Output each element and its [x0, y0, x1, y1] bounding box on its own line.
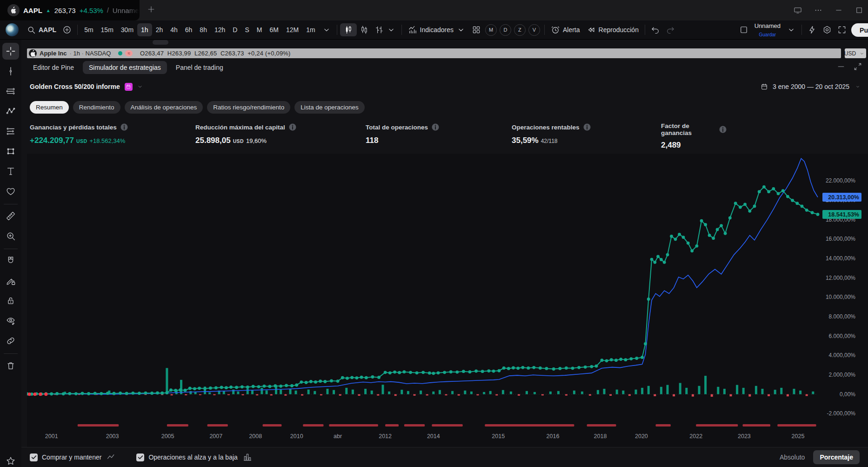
x-axis-label[interactable]: 2025 [792, 433, 805, 440]
layout-menu-button[interactable] [784, 23, 799, 37]
tool-star-icon[interactable] [6, 456, 16, 466]
timeframe-S[interactable]: S [241, 23, 253, 36]
equity-chart[interactable]: 200120032005200720082010abr2012201420152… [27, 154, 868, 447]
templates-button[interactable] [469, 23, 484, 37]
indicators-button[interactable]: Indicadores [405, 23, 469, 37]
quick-indicator-m[interactable]: M [485, 24, 497, 36]
strategy-flag-icon[interactable]: ≈ [125, 50, 133, 56]
chart-style-bars-button[interactable] [372, 23, 399, 37]
panel-tab-panel-de-trading[interactable]: Panel de trading [170, 61, 229, 74]
checkbox-checked[interactable] [30, 453, 38, 461]
layout-select-button[interactable] [736, 23, 751, 37]
y-axis-label[interactable]: 0,00% [840, 391, 855, 398]
compare-add-button[interactable] [60, 23, 74, 37]
fullscreen-button[interactable] [835, 23, 849, 37]
tool-channel-icon[interactable] [2, 83, 19, 100]
panel-tab-simulador-de-estrategias[interactable]: Simulador de estrategias [83, 61, 167, 74]
timeframe-12M[interactable]: 12M [282, 23, 302, 36]
percentage-option[interactable]: Porcentaje [813, 450, 860, 464]
strategy-dot-icon[interactable] [118, 51, 122, 55]
x-axis-label[interactable]: 2022 [689, 433, 702, 440]
quick-indicator-v[interactable]: V [528, 24, 540, 36]
timeframe-1h[interactable]: 1h [137, 23, 152, 36]
date-range-button[interactable]: 3 ene 2000 — 20 oct 2025 [760, 82, 862, 91]
quick-actions-button[interactable] [805, 23, 820, 37]
y-axis-label[interactable]: 12.000,00% [826, 275, 855, 281]
y-axis-label[interactable]: 14.000,00% [826, 255, 855, 262]
timeframe-6h[interactable]: 6h [181, 23, 196, 36]
timeframe-2h[interactable]: 2h [152, 23, 167, 36]
timeframe-5m[interactable]: 5m [80, 23, 97, 36]
timeframe-M[interactable]: M [253, 23, 266, 36]
strategy-title[interactable]: Golden Cross 50/200 informe [30, 83, 120, 90]
undo-button[interactable] [648, 23, 663, 37]
chart-tab[interactable]: AAPL ▲ 263,73 +4.53% / Unname [0, 0, 140, 20]
tool-heart-icon[interactable] [2, 183, 19, 200]
info-icon[interactable] [288, 122, 297, 132]
maximize-icon[interactable] [855, 6, 863, 14]
y-axis-label[interactable]: 6.000,00% [829, 333, 856, 339]
timeframe-1m[interactable]: 1m [302, 23, 319, 36]
x-axis-label[interactable]: 2023 [738, 433, 751, 440]
x-axis-label[interactable]: 2008 [249, 433, 262, 440]
x-axis-label[interactable]: 2015 [492, 433, 505, 440]
tool-text-tool-icon[interactable] [2, 163, 19, 180]
x-axis-label[interactable]: 2005 [161, 433, 174, 440]
ellipsis-icon[interactable] [814, 6, 822, 14]
tool-lock-icon[interactable] [2, 292, 19, 309]
x-axis-label[interactable]: 2003 [106, 433, 119, 440]
x-axis-label[interactable]: 2001 [45, 433, 58, 440]
timeframe-D[interactable]: D [229, 23, 241, 36]
info-icon[interactable] [582, 122, 592, 132]
y-axis-label[interactable]: 2.000,00% [829, 372, 856, 378]
user-avatar[interactable] [6, 23, 19, 36]
report-tab-ratios-riesgo-rendimiento[interactable]: Ratios riesgo/rendimiento [207, 101, 290, 114]
quick-indicator-d[interactable]: D [500, 24, 511, 36]
x-axis-label[interactable]: 2020 [635, 433, 648, 440]
long-short-toggle[interactable]: Operaciones al alza y a la baja [136, 453, 252, 462]
panel-maximize-icon[interactable] [853, 62, 862, 71]
timeframe-6M[interactable]: 6M [266, 23, 282, 36]
timeframe-8h[interactable]: 8h [196, 23, 211, 36]
replay-button[interactable]: Reproducción [583, 23, 642, 37]
x-axis-label[interactable]: 2018 [594, 433, 607, 440]
y-axis-label[interactable]: 16.000,00% [826, 236, 855, 242]
report-tab-lista-de-operaciones[interactable]: Lista de operaciones [294, 101, 365, 114]
tool-magnet-icon[interactable] [2, 252, 19, 269]
timeframe-15m[interactable]: 15m [97, 23, 117, 36]
chevron-down-icon[interactable] [137, 83, 143, 90]
panel-minimize-icon[interactable] [836, 62, 846, 71]
timeframe-menu-button[interactable] [319, 23, 334, 37]
tool-xabcd-icon[interactable] [2, 103, 19, 120]
tool-crosshair-icon[interactable] [2, 43, 19, 60]
strategy-color-icon[interactable] [125, 83, 133, 91]
tool-fib-icon[interactable] [2, 123, 19, 140]
tool-link-icon[interactable] [2, 332, 19, 349]
y-axis-label[interactable]: 10.000,00% [826, 294, 855, 300]
currency-select[interactable]: USD [845, 48, 866, 58]
panel-drag-handle[interactable] [153, 40, 168, 45]
layout-name-button[interactable]: Unnamed Guardar [751, 23, 784, 37]
tool-trend-point-icon[interactable] [2, 63, 19, 80]
tool-ruler-icon[interactable] [2, 208, 19, 224]
alert-button[interactable]: Alerta [548, 23, 583, 37]
report-tab-resumen[interactable]: Resumen [30, 101, 69, 114]
x-axis-label[interactable]: 2012 [379, 433, 392, 440]
tool-zoom-in-icon[interactable] [2, 228, 19, 244]
checkbox-checked[interactable] [136, 453, 144, 461]
y-axis-label[interactable]: 4.000,00% [829, 352, 856, 359]
x-axis-label[interactable]: 2014 [427, 433, 440, 440]
timeframe-4h[interactable]: 4h [167, 23, 181, 36]
monitor-icon[interactable] [794, 6, 802, 14]
chart-style-hollow-button[interactable] [357, 23, 372, 37]
tool-rect-shape-icon[interactable] [2, 143, 19, 160]
y-axis-label[interactable]: -2.000,00% [827, 410, 856, 417]
tool-trash-icon[interactable] [2, 357, 19, 374]
new-tab-button[interactable] [147, 5, 156, 15]
tool-draw-lock-icon[interactable] [2, 272, 19, 289]
info-icon[interactable] [718, 125, 728, 134]
settings-button[interactable] [820, 23, 835, 37]
report-tab-rendimiento[interactable]: Rendimiento [73, 101, 120, 114]
y-axis-label[interactable]: 22.000,00% [826, 177, 855, 184]
y-axis-label[interactable]: 8.000,00% [829, 313, 856, 320]
